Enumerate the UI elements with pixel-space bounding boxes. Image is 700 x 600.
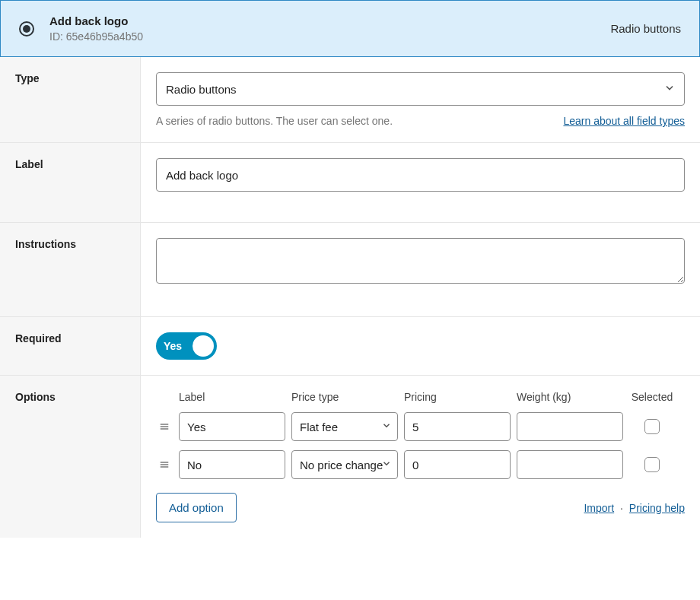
label-instructions: Instructions (0, 223, 141, 316)
field-header: Add back logo ID: 65e46b95a4b50 Radio bu… (0, 0, 700, 57)
import-link[interactable]: Import (584, 502, 614, 514)
option-price-type-select[interactable]: Flat fee (291, 412, 398, 441)
content-label (141, 143, 700, 222)
content-required: Yes (141, 317, 700, 375)
type-select-wrap: Radio buttons (156, 72, 685, 106)
label-label: Label (0, 143, 141, 222)
label-input[interactable] (156, 158, 685, 192)
type-hint: A series of radio buttons. The user can … (156, 115, 393, 127)
col-pricing: Pricing (404, 391, 511, 403)
radio-inner-icon (23, 25, 30, 33)
add-option-button[interactable]: Add option (156, 493, 237, 522)
radio-icon (19, 21, 34, 37)
content-options: Label Price type Pricing Weight (kg) Sel… (141, 376, 700, 538)
option-weight-input[interactable] (517, 450, 623, 479)
option-label-input[interactable] (179, 450, 285, 479)
row-required: Required Yes (0, 317, 700, 376)
toggle-knob-icon (192, 335, 214, 357)
row-options: Options Label Price type Pricing Weight … (0, 376, 700, 538)
type-select[interactable]: Radio buttons (156, 72, 685, 106)
learn-more-link[interactable]: Learn about all field types (563, 115, 685, 127)
required-toggle[interactable]: Yes (156, 332, 217, 360)
content-type: Radio buttons A series of radio buttons.… (141, 57, 700, 142)
col-label: Label (179, 391, 285, 403)
option-price-type-select[interactable]: No price change (291, 450, 398, 479)
col-price-type: Price type (291, 391, 398, 403)
type-select-value: Radio buttons (166, 83, 237, 96)
option-pricing-input[interactable] (404, 412, 511, 441)
pricing-help-link[interactable]: Pricing help (629, 502, 685, 514)
drag-handle-icon[interactable] (156, 422, 173, 431)
form-body: Type Radio buttons A series of radio but… (0, 57, 700, 538)
col-selected: Selected (629, 391, 675, 403)
header-title: Add back logo (49, 14, 143, 27)
separator: · (617, 502, 626, 514)
options-header: Label Price type Pricing Weight (kg) Sel… (156, 391, 685, 403)
option-row: Flat fee (156, 412, 685, 441)
header-left: Add back logo ID: 65e46b95a4b50 (19, 14, 143, 43)
header-id: ID: 65e46b95a4b50 (49, 30, 143, 43)
label-required: Required (0, 317, 141, 375)
option-weight-input[interactable] (517, 412, 623, 441)
label-type: Type (0, 57, 141, 142)
drag-handle-icon[interactable] (156, 460, 173, 469)
row-label: Label (0, 143, 700, 223)
toggle-label: Yes (164, 340, 182, 352)
instructions-input[interactable] (156, 238, 685, 284)
type-hint-row: A series of radio buttons. The user can … (156, 115, 685, 127)
options-footer-links: Import · Pricing help (584, 502, 685, 514)
header-type: Radio buttons (610, 22, 681, 35)
option-price-type-value: No price change (300, 459, 383, 471)
option-selected-checkbox[interactable] (644, 419, 660, 434)
option-price-type-value: Flat fee (300, 421, 338, 433)
option-label-input[interactable] (179, 412, 285, 441)
col-weight: Weight (kg) (517, 391, 623, 403)
options-footer: Add option Import · Pricing help (156, 493, 685, 522)
label-options: Options (0, 376, 141, 538)
option-selected-checkbox[interactable] (644, 457, 660, 472)
option-pricing-input[interactable] (404, 450, 511, 479)
option-row: No price change (156, 450, 685, 479)
content-instructions (141, 223, 700, 316)
row-instructions: Instructions (0, 223, 700, 317)
header-titles: Add back logo ID: 65e46b95a4b50 (49, 14, 143, 43)
row-type: Type Radio buttons A series of radio but… (0, 57, 700, 143)
